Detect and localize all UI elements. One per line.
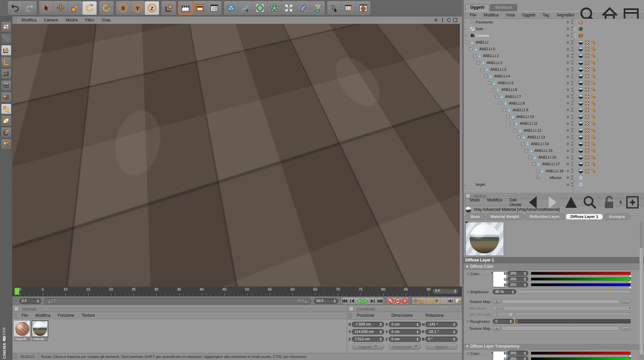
attributes-scrollbar[interactable] bbox=[639, 220, 643, 359]
ruler-frame-spinner[interactable]: 0 F bbox=[432, 288, 459, 294]
ballstag-tag-icon[interactable] bbox=[591, 40, 596, 45]
ballstag-tag-icon[interactable] bbox=[591, 128, 596, 133]
redo-button[interactable] bbox=[22, 1, 37, 15]
uvwtag-tag-icon[interactable] bbox=[585, 141, 590, 146]
move-tool[interactable] bbox=[54, 1, 68, 15]
context-help[interactable]: ? bbox=[327, 1, 341, 15]
uvwtag-tag-icon[interactable] bbox=[585, 128, 590, 133]
viewport-3d-view[interactable]: Prospettiva y x z bbox=[12, 24, 460, 287]
attr-tab-assegna[interactable]: Assegna bbox=[604, 214, 630, 220]
model-mode[interactable] bbox=[1, 45, 11, 56]
uvwtag-tag-icon[interactable] bbox=[585, 80, 590, 85]
uvwtag-tag-icon[interactable] bbox=[585, 47, 590, 52]
uvwtag-tag-icon[interactable] bbox=[585, 101, 590, 106]
object-row-anelli[interactable]: ANELLI bbox=[464, 39, 644, 46]
object-row-sole[interactable]: Sole bbox=[464, 25, 644, 32]
expand-collapse-icon[interactable] bbox=[506, 115, 509, 118]
timeline-ruler[interactable]: 051015202530354045505560657075808590 0 F bbox=[12, 287, 462, 296]
object-menu-tag[interactable]: Tag bbox=[539, 13, 553, 17]
editor-render-dots[interactable] bbox=[571, 40, 573, 46]
object-row-anelli-13[interactable]: ANELLI.13 bbox=[464, 134, 644, 140]
editor-render-dots[interactable] bbox=[571, 121, 573, 127]
visibility-dot[interactable] bbox=[567, 88, 569, 91]
ballstag-tag-icon[interactable] bbox=[591, 101, 596, 106]
mix-strength-field[interactable]: 1 bbox=[493, 312, 514, 317]
uvwtag-tag-icon[interactable] bbox=[585, 94, 590, 99]
matsphere-tag-icon[interactable] bbox=[578, 94, 583, 99]
editor-render-dots[interactable] bbox=[571, 101, 573, 106]
editor-render-dots[interactable] bbox=[571, 87, 573, 93]
expand-collapse-icon[interactable] bbox=[488, 81, 491, 84]
render-settings[interactable] bbox=[207, 1, 221, 15]
r-slider[interactable] bbox=[531, 272, 631, 275]
autokey-button[interactable] bbox=[394, 298, 401, 304]
editor-render-dots[interactable] bbox=[571, 141, 573, 147]
add-ffd[interactable] bbox=[282, 1, 296, 15]
previous-frame-button[interactable] bbox=[348, 298, 355, 304]
add-particles[interactable] bbox=[311, 1, 325, 15]
frame-range-slider[interactable]: 0 F 90 F bbox=[44, 298, 311, 304]
viewport-menu-modifica[interactable]: Modifica bbox=[18, 18, 40, 22]
visibility-dot[interactable] bbox=[567, 75, 569, 78]
texture-map-field[interactable] bbox=[501, 299, 620, 304]
matsphere-tag-icon[interactable] bbox=[578, 74, 583, 79]
editor-render-dots[interactable] bbox=[571, 54, 573, 59]
expand-collapse-icon[interactable] bbox=[536, 170, 539, 173]
editor-render-dots[interactable] bbox=[571, 81, 573, 86]
visibility-dot[interactable] bbox=[567, 27, 569, 30]
uvwtag-tag-icon[interactable] bbox=[585, 60, 590, 65]
tab-struttura[interactable]: Struttura bbox=[490, 4, 517, 11]
dimensione-button[interactable]: Dimensione bbox=[389, 344, 421, 350]
uvwtag-tag-icon[interactable] bbox=[585, 169, 590, 174]
coordinate-panel-checkbox[interactable] bbox=[349, 307, 354, 311]
last-used-tool[interactable] bbox=[99, 1, 113, 15]
add-primitive[interactable] bbox=[224, 1, 238, 15]
points-mode[interactable] bbox=[1, 68, 11, 79]
toolbar-drag-handle[interactable] bbox=[1, 1, 5, 15]
uvwtag-tag-icon[interactable] bbox=[585, 155, 590, 160]
expand-collapse-icon[interactable] bbox=[473, 54, 476, 57]
texture-browse-button[interactable]: ... bbox=[622, 299, 630, 304]
lock-z-axis[interactable]: Z bbox=[145, 1, 159, 15]
matsphere-tag-icon[interactable] bbox=[578, 53, 583, 58]
object-row-anelli-15[interactable]: ANELLI.15 bbox=[464, 147, 644, 154]
editor-render-dots[interactable] bbox=[571, 182, 573, 188]
online-help[interactable] bbox=[356, 1, 370, 15]
uvwtag-tag-icon[interactable] bbox=[585, 87, 590, 92]
editor-render-dots[interactable] bbox=[571, 115, 573, 120]
texture2-expand-button[interactable] bbox=[493, 326, 501, 331]
matsphere-tag-icon[interactable] bbox=[578, 148, 583, 153]
expand-collapse-icon[interactable] bbox=[532, 163, 535, 166]
minimize-toggle[interactable] bbox=[454, 298, 461, 304]
go-to-end-button[interactable] bbox=[377, 298, 383, 304]
coord-field-dimensione-y[interactable]: 0 cm bbox=[389, 329, 421, 335]
search-icon[interactable] bbox=[582, 194, 598, 211]
object-row-anelli-18[interactable]: ANELLI.18 bbox=[464, 168, 644, 174]
ballstag-tag-icon[interactable] bbox=[591, 53, 596, 58]
texture-mode[interactable] bbox=[1, 115, 11, 126]
editor-render-dots[interactable] bbox=[571, 175, 573, 181]
materials-menu-funzione[interactable]: Funzione bbox=[54, 313, 78, 318]
object-row-anelli-16[interactable]: ANELLI.16 bbox=[464, 154, 644, 161]
preview-collapse-icon[interactable] bbox=[465, 222, 468, 225]
visibility-dot[interactable] bbox=[567, 48, 569, 51]
checkgreen-tag-icon[interactable] bbox=[572, 26, 577, 32]
coord-field-posizione-y[interactable]: 114.028 cm bbox=[352, 329, 384, 335]
expand-collapse-icon[interactable] bbox=[510, 122, 513, 125]
object-manager-menu-handle[interactable] bbox=[465, 12, 465, 18]
view-pan[interactable] bbox=[433, 17, 439, 23]
visibility-dot[interactable] bbox=[567, 136, 569, 138]
ballstag-tag-icon[interactable] bbox=[591, 94, 596, 99]
view-rotate[interactable] bbox=[446, 17, 451, 23]
ballstag-tag-icon[interactable] bbox=[591, 60, 596, 65]
matsphere-tag-icon[interactable] bbox=[578, 60, 583, 65]
ballstag-tag-icon[interactable] bbox=[591, 141, 596, 146]
undo-button[interactable] bbox=[8, 1, 22, 15]
lock-icon[interactable] bbox=[601, 194, 617, 211]
lock-y-axis[interactable]: Y bbox=[130, 1, 145, 15]
visibility-dot[interactable] bbox=[567, 176, 569, 179]
roughness-field[interactable]: 0 bbox=[493, 319, 514, 324]
material-floor[interactable]: VrayAdv bbox=[14, 321, 30, 341]
materials-menu-modifica[interactable]: Modifica bbox=[32, 313, 54, 318]
uvwtag-tag-icon[interactable] bbox=[585, 114, 590, 119]
